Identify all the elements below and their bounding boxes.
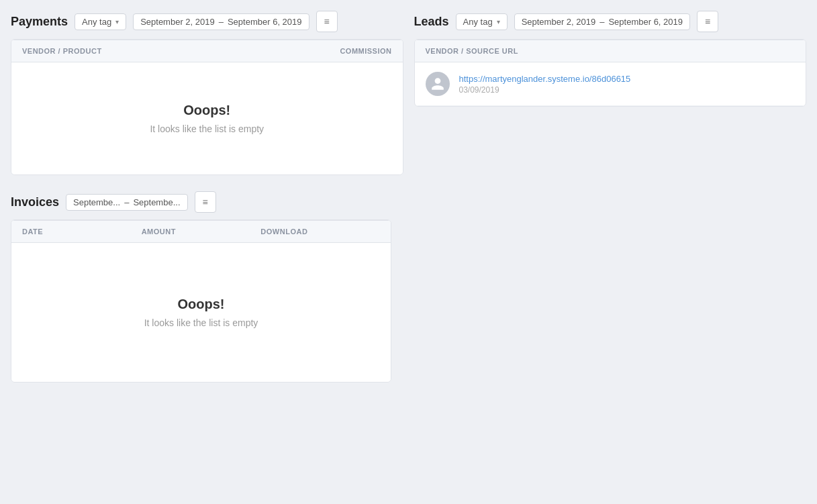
chevron-down-icon: ▾ [115,18,119,26]
payments-date-start: September 2, 2019 [140,17,215,27]
payments-filter-button[interactable]: ≡ [316,11,338,32]
invoices-empty-title: Ooops! [178,297,225,312]
payments-tag-selector[interactable]: Any tag ▾ [75,13,126,30]
payments-panel: VENDOR / PRODUCT COMMISSION Ooops! It lo… [11,39,403,175]
invoices-date-range[interactable]: Septembe... – Septembe... [66,194,187,211]
invoices-date-separator: – [124,197,129,207]
lead-list-item: https://martyenglander.systeme.io/86d066… [415,62,806,106]
payments-date-range[interactable]: September 2, 2019 – September 6, 2019 [133,13,309,30]
invoices-filter-button[interactable]: ≡ [195,191,216,213]
leads-col-vendor-source: VENDOR / SOURCE URL [426,47,796,55]
payments-title: Payments [11,15,68,29]
leads-panel: VENDOR / SOURCE URL https://martyengland… [414,39,807,107]
payments-col-commission: COMMISSION [269,47,392,55]
payments-empty-title: Ooops! [183,103,230,118]
payments-empty-state: Ooops! It looks like the list is empty [11,62,403,174]
invoices-section-header: Invoices Septembe... – Septembe... ≡ [11,191,391,219]
payments-date-separator: – [219,17,224,27]
payments-empty-subtitle: It looks like the list is empty [150,123,264,134]
lead-url[interactable]: https://martyenglander.systeme.io/86d066… [459,74,796,84]
invoices-panel: DATE AMOUNT DOWNLOAD Ooops! It looks lik… [11,219,391,383]
leads-date-separator: – [599,17,604,27]
filter-icon: ≡ [202,197,207,207]
filter-icon: ≡ [705,16,710,27]
chevron-down-icon: ▾ [497,18,500,26]
leads-date-range[interactable]: September 2, 2019 – September 6, 2019 [514,13,690,30]
user-icon [430,77,445,91]
leads-tag-selector[interactable]: Any tag ▾ [456,13,508,30]
invoices-empty-state: Ooops! It looks like the list is empty [11,243,391,382]
leads-date-start: September 2, 2019 [522,17,596,27]
leads-filter-button[interactable]: ≡ [697,11,718,32]
invoices-date-end: Septembe... [133,197,180,207]
leads-title: Leads [414,15,449,29]
payments-col-vendor: VENDOR / PRODUCT [22,47,269,55]
invoices-title: Invoices [11,195,59,209]
lead-info: https://martyenglander.systeme.io/86d066… [459,74,796,95]
leads-tag-label: Any tag [463,17,493,27]
avatar [426,72,450,96]
invoices-col-amount: AMOUNT [142,228,261,236]
leads-date-end: September 6, 2019 [608,17,683,27]
filter-icon: ≡ [324,16,329,27]
invoices-col-download: DOWNLOAD [260,228,380,236]
invoices-date-start: Septembe... [73,197,120,207]
invoices-table-header: DATE AMOUNT DOWNLOAD [11,220,391,243]
leads-table-header: VENDOR / SOURCE URL [415,40,806,62]
invoices-empty-subtitle: It looks like the list is empty [144,317,258,328]
payments-table-header: VENDOR / PRODUCT COMMISSION [11,40,403,62]
payments-date-end: September 6, 2019 [228,17,302,27]
invoices-col-date: DATE [22,228,142,236]
payments-tag-label: Any tag [82,17,111,27]
lead-date: 03/09/2019 [459,85,796,95]
